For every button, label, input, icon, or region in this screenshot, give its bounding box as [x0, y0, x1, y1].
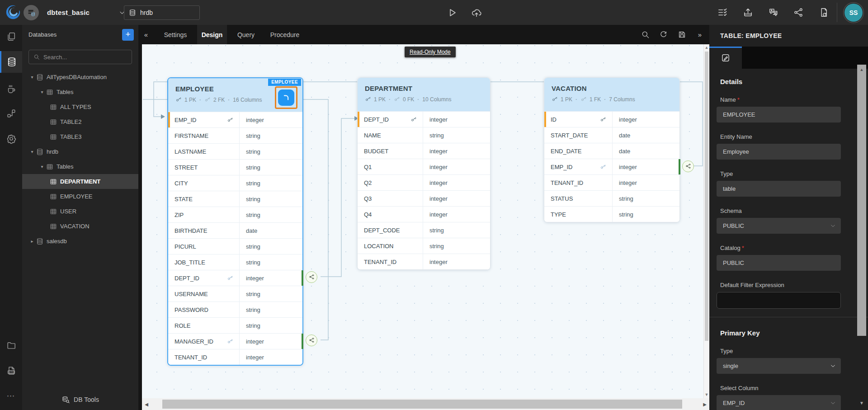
collapse-caret[interactable]: ▾ [28, 75, 36, 80]
rail-item-settings[interactable] [0, 128, 22, 150]
tab-design[interactable]: Design [197, 25, 227, 44]
tree-item-salesdb[interactable]: ▸ salesdb [22, 234, 138, 249]
rail-item-java[interactable] [0, 78, 22, 100]
save-button[interactable] [675, 25, 689, 44]
er-column-row-name[interactable]: NAME string [358, 127, 490, 143]
er-column-row-budget[interactable]: BUDGET integer [358, 143, 490, 159]
er-column-row-manager-id[interactable]: MANAGER_ID integer [168, 333, 302, 349]
rail-item-databases[interactable] [0, 51, 22, 73]
er-column-row-q2[interactable]: Q2 integer [358, 174, 490, 190]
diagram-canvas[interactable]: Read-Only Mode EMPLOYEE EMPLOYEE 1 PK· 2… [142, 44, 709, 398]
tree-item-alltypesdbautomation[interactable]: ▾ AllTypesDBAutomation [22, 70, 138, 85]
text-field-type[interactable]: table [717, 181, 841, 197]
er-column-row-end-date[interactable]: END_DATE date [544, 143, 679, 159]
text-field-entity-name[interactable]: Employee [717, 144, 841, 160]
er-column-row-street[interactable]: STREET string [168, 159, 302, 175]
er-column-row-type[interactable]: TYPE string [544, 206, 679, 222]
er-column-row-q3[interactable]: Q3 integer [358, 190, 490, 206]
er-column-row-tenant-id[interactable]: TENANT_ID integer [168, 349, 302, 365]
rail-item-folders[interactable] [0, 335, 22, 356]
select-field-select-column[interactable]: EMP_ID [717, 395, 841, 410]
connection-selector[interactable]: hrdb [124, 5, 200, 20]
er-column-row-start-date[interactable]: START_DATE date [544, 127, 679, 143]
text-field-default-filter-expression[interactable] [717, 292, 841, 309]
er-column-row-tenant-id[interactable]: TENANT_ID integer [544, 174, 679, 190]
share-button[interactable] [792, 6, 805, 19]
er-column-row-lastname[interactable]: LASTNAME string [168, 143, 302, 159]
select-field-schema[interactable]: PUBLIC [717, 218, 841, 234]
import-button[interactable] [741, 6, 754, 19]
er-column-row-job-title[interactable]: JOB_TITLE string [168, 254, 302, 270]
er-column-row-birthdate[interactable]: BIRTHDATE date [168, 222, 302, 238]
relation-node-employee-dept-id[interactable] [306, 271, 317, 283]
er-column-row-password[interactable]: PASSWORD string [168, 302, 302, 317]
execute-button[interactable] [445, 6, 459, 19]
er-column-row-dept-code[interactable]: DEPT_CODE string [358, 222, 490, 238]
er-column-row-tenant-id[interactable]: TENANT_ID integer [358, 254, 490, 269]
canvas-horizontal-scrollbar[interactable]: ◀ ▶ [142, 398, 709, 410]
scroll-up-arrow[interactable]: ▲ [857, 67, 866, 72]
er-column-row-dept-id[interactable]: DEPT_ID integer [358, 111, 490, 127]
search-input[interactable]: Search... [28, 50, 132, 64]
tree-item-tables[interactable]: ▾ Tables [22, 159, 138, 174]
tab-query[interactable]: Query [232, 25, 259, 44]
app-logo-icon[interactable] [5, 4, 22, 21]
er-column-row-location[interactable]: LOCATION string [358, 238, 490, 254]
scroll-right-arrow[interactable]: ▶ [701, 398, 708, 410]
er-column-row-emp-id[interactable]: EMP_ID integer [168, 112, 302, 127]
er-column-row-picurl[interactable]: PICURL string [168, 238, 302, 254]
er-column-row-city[interactable]: CITY string [168, 175, 302, 191]
tab-settings[interactable]: Settings [159, 25, 192, 44]
rail-item-logs[interactable] [0, 360, 22, 382]
tab-procedure[interactable]: Procedure [265, 25, 305, 44]
scroll-left-arrow[interactable]: ◀ [143, 398, 150, 410]
er-column-row-zip[interactable]: ZIP string [168, 207, 302, 222]
er-table-header[interactable]: VACATION 1 PK· 1 FK· 7 Columns [544, 78, 679, 111]
er-column-row-dept-id[interactable]: DEPT_ID integer [168, 270, 302, 286]
collapse-sidebar-button[interactable]: « [140, 25, 152, 44]
scroll-down-arrow[interactable]: ▼ [857, 401, 866, 405]
er-column-row-emp-id[interactable]: EMP_ID integer [544, 159, 679, 174]
er-table-vacation[interactable]: VACATION 1 PK· 1 FK· 7 Columns ID intege… [544, 77, 680, 222]
tree-item-tables[interactable]: ▾ Tables [22, 85, 138, 99]
relation-node-employee-manager-id[interactable] [306, 335, 317, 346]
canvas-vertical-scrollbar[interactable]: ▲ ▼ [703, 44, 709, 398]
scroll-up-arrow[interactable]: ▲ [704, 45, 709, 50]
er-column-row-q1[interactable]: Q1 integer [358, 159, 490, 174]
refresh-button[interactable] [656, 25, 670, 44]
er-column-row-username[interactable]: USERNAME string [168, 286, 302, 302]
collapse-caret[interactable]: ▾ [38, 164, 46, 169]
scroll-down-arrow[interactable]: ▼ [704, 392, 709, 397]
inspector-tab-edit[interactable] [709, 47, 742, 69]
tree-item-employee[interactable]: EMPLOYEE [22, 189, 138, 204]
er-column-row-state[interactable]: STATE string [168, 191, 302, 207]
relations-toggle-button[interactable] [278, 90, 294, 106]
relation-node-vacation-emp-id[interactable] [682, 160, 694, 172]
er-table-employee[interactable]: EMPLOYEE EMPLOYEE 1 PK· 2 FK· 16 Columns… [167, 77, 303, 366]
er-column-row-id[interactable]: ID integer [544, 111, 679, 127]
er-column-row-status[interactable]: STATUS string [544, 190, 679, 206]
tree-item-table3[interactable]: TABLE3 [22, 129, 138, 144]
select-field-type[interactable]: single [717, 358, 841, 374]
changelog-button[interactable] [817, 6, 830, 19]
tree-item-table2[interactable]: TABLE2 [22, 114, 138, 129]
er-table-department[interactable]: DEPARTMENT 1 PK· 0 FK· 10 Columns DEPT_I… [357, 77, 491, 270]
rail-item-connections[interactable] [0, 103, 22, 124]
text-field-name[interactable]: EMPLOYEE [717, 107, 841, 123]
task-list-button[interactable] [716, 6, 729, 19]
tree-item-user[interactable]: USER [22, 204, 138, 219]
horizontal-scroll-thumb[interactable] [162, 400, 682, 409]
expand-caret[interactable]: ▸ [28, 239, 36, 244]
workspace-switcher[interactable]: dbtest_basic [24, 0, 126, 25]
collapse-caret[interactable]: ▾ [38, 90, 46, 94]
er-column-row-firstname[interactable]: FIRSTNAME string [168, 127, 302, 143]
tree-item-all-types[interactable]: ALL TYPES [22, 99, 138, 114]
expand-panel-button[interactable]: » [693, 25, 707, 44]
rail-item-files[interactable] [0, 26, 22, 47]
user-avatar[interactable]: SS [844, 4, 863, 22]
db-tools-button[interactable]: DB Tools [22, 389, 138, 410]
tree-item-hrdb[interactable]: ▾ hrdb [22, 144, 138, 159]
vertical-scroll-thumb[interactable] [705, 52, 708, 341]
inspector-scroll-thumb[interactable]: ▲ [857, 65, 866, 336]
rail-item-more[interactable]: ⋯ [0, 385, 22, 407]
